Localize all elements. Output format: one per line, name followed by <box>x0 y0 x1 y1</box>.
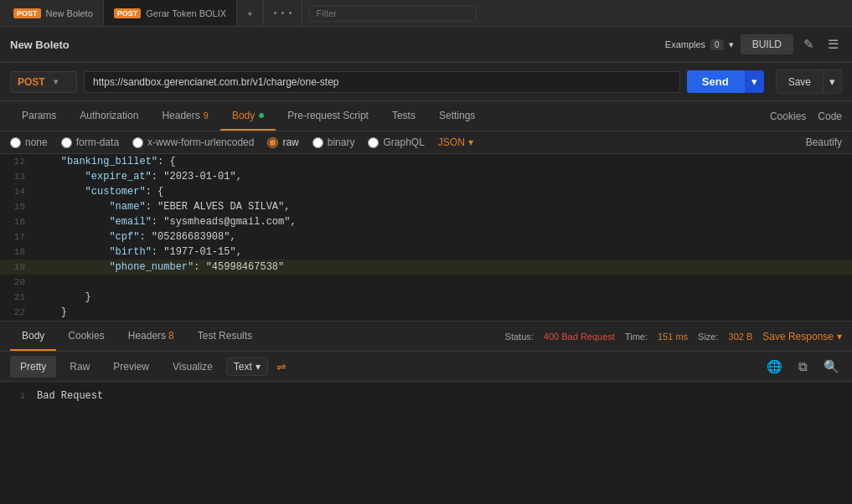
tab-bar: POST New Boleto POST Gerar Token BOLIX + <box>0 0 852 27</box>
tab-right-links: Cookies Code <box>770 111 842 122</box>
send-button[interactable]: Send <box>687 70 744 93</box>
line-number: 19 <box>0 260 34 275</box>
size-value: 302 B <box>729 332 753 342</box>
examples-button[interactable]: Examples 0 ▾ <box>665 39 734 50</box>
tab-authorization-label: Authorization <box>80 110 138 121</box>
code-line: 14 "customer": { <box>0 184 852 199</box>
tab-prerequest[interactable]: Pre-request Script <box>276 101 380 131</box>
response-format-bar: Pretty Raw Preview Visualize Text ▾ ⇌ 🌐 … <box>0 352 852 382</box>
resp-tab-cookies[interactable]: Cookies <box>56 321 116 351</box>
edit-icon-button[interactable]: ✎ <box>800 33 818 55</box>
save-response-chevron-icon: ▾ <box>837 331 842 342</box>
code-line: 16 "email": "sysmheads@gmail.com", <box>0 214 852 229</box>
save-button[interactable]: Save <box>776 69 824 94</box>
search-icon-button[interactable]: 🔍 <box>820 356 842 378</box>
option-form-data[interactable]: form-data <box>61 136 119 148</box>
code-line: 13 "expire_at": "2023-01-01", <box>0 169 852 184</box>
fmt-visualize-label: Visualize <box>173 361 213 373</box>
cookies-link[interactable]: Cookies <box>770 111 806 122</box>
tab-gerar-token[interactable]: POST Gerar Token BOLIX <box>104 0 237 26</box>
fmt-tab-visualize[interactable]: Visualize <box>163 356 223 378</box>
tab-more-button[interactable] <box>264 0 302 26</box>
wrap-icon[interactable]: ⇌ <box>271 357 292 377</box>
send-chevron-button[interactable]: ▾ <box>744 70 764 93</box>
response-body: 1 Bad Request <box>0 382 852 449</box>
examples-count: 0 <box>710 39 724 50</box>
comment-icon-button[interactable]: ☰ <box>824 33 842 55</box>
code-editor[interactable]: 12 "banking_billet": {13 "expire_at": "2… <box>0 154 852 321</box>
option-raw[interactable]: raw <box>267 136 298 148</box>
json-chevron-icon: ▾ <box>468 136 473 148</box>
option-urlencoded[interactable]: x-www-form-urlencoded <box>132 136 254 148</box>
code-link[interactable]: Code <box>818 111 842 122</box>
line-content: } <box>34 305 852 320</box>
resp-tab-cookies-label: Cookies <box>68 330 104 342</box>
save-button-group: Save ▾ <box>776 69 842 94</box>
fmt-pretty-label: Pretty <box>20 361 46 373</box>
tab-headers[interactable]: Headers 9 <box>150 101 219 131</box>
tab-headers-label: Headers <box>162 110 199 121</box>
resp-tab-headers-label: Headers <box>128 330 166 342</box>
line-number: 15 <box>0 199 34 214</box>
line-number: 14 <box>0 184 34 199</box>
resp-tab-body[interactable]: Body <box>10 321 56 351</box>
beautify-button[interactable]: Beautify <box>806 136 842 148</box>
resp-tab-headers-badge: 8 <box>168 330 174 342</box>
send-button-group: Send ▾ <box>687 70 764 93</box>
body-options: none form-data x-www-form-urlencoded raw… <box>0 131 852 154</box>
url-bar: POST ▾ Send ▾ Save ▾ <box>0 63 852 101</box>
line-content: "cpf": "05286683908", <box>34 229 852 244</box>
response-line-1: 1 Bad Request <box>0 388 852 404</box>
url-input[interactable] <box>84 71 680 93</box>
code-line: 21 } <box>0 290 852 305</box>
fmt-tab-raw[interactable]: Raw <box>59 356 100 378</box>
line-content: "birth": "1977-01-15", <box>34 244 852 260</box>
resp-tab-test-results[interactable]: Test Results <box>186 321 264 351</box>
json-dropdown[interactable]: JSON ▾ <box>438 136 473 148</box>
option-graphql[interactable]: GraphQL <box>368 136 424 148</box>
save-chevron-button[interactable]: ▾ <box>824 69 842 94</box>
request-header: New Boleto Examples 0 ▾ BUILD ✎ ☰ <box>0 27 852 63</box>
save-response-button[interactable]: Save Response ▾ <box>762 331 842 342</box>
tab-new-boleto[interactable]: POST New Boleto <box>3 0 104 26</box>
option-binary[interactable]: binary <box>312 136 355 148</box>
tab-tests[interactable]: Tests <box>380 101 427 131</box>
line-content: "email": "sysmheads@gmail.com", <box>34 214 852 229</box>
line-content: "banking_billet": { <box>34 154 852 169</box>
text-dropdown[interactable]: Text ▾ <box>226 357 268 376</box>
status-label: Status: <box>505 332 534 342</box>
new-tab-button[interactable]: + <box>237 0 263 26</box>
time-value: 151 ms <box>658 332 688 342</box>
option-none[interactable]: none <box>10 136 48 148</box>
method-chevron-icon: ▾ <box>54 77 58 86</box>
time-label: Time: <box>625 332 648 342</box>
line-number: 12 <box>0 154 34 169</box>
line-number: 21 <box>0 290 34 305</box>
size-label: Size: <box>698 332 718 342</box>
globe-icon-button[interactable]: 🌐 <box>763 356 785 378</box>
copy-icon-button[interactable]: ⧉ <box>792 356 813 378</box>
tab-params[interactable]: Params <box>10 101 68 131</box>
tab-body[interactable]: Body <box>220 101 276 131</box>
resp-tab-test-results-label: Test Results <box>198 330 252 342</box>
line-content: "name": "EBER ALVES DA SILVA", <box>34 199 852 214</box>
tab-params-label: Params <box>22 110 56 121</box>
filter-input[interactable] <box>309 5 477 22</box>
fmt-tab-preview[interactable]: Preview <box>103 356 159 378</box>
tab-settings-label: Settings <box>439 110 475 121</box>
request-title: New Boleto <box>10 39 658 51</box>
tab-settings[interactable]: Settings <box>427 101 487 131</box>
build-button[interactable]: BUILD <box>741 34 793 54</box>
code-line: 22 } <box>0 305 852 320</box>
line-content: "customer": { <box>34 184 852 199</box>
code-line: 19 "phone_number": "45998467538" <box>0 260 852 275</box>
examples-label: Examples <box>665 39 705 49</box>
fmt-preview-label: Preview <box>113 361 149 373</box>
fmt-tab-pretty[interactable]: Pretty <box>10 356 56 378</box>
line-number: 16 <box>0 214 34 229</box>
method-select[interactable]: POST ▾ <box>10 71 77 93</box>
tab-label-1: New Boleto <box>46 8 93 18</box>
tab-authorization[interactable]: Authorization <box>68 101 150 131</box>
resp-tab-headers[interactable]: Headers 8 <box>116 321 186 351</box>
response-line-num-1: 1 <box>0 388 34 404</box>
